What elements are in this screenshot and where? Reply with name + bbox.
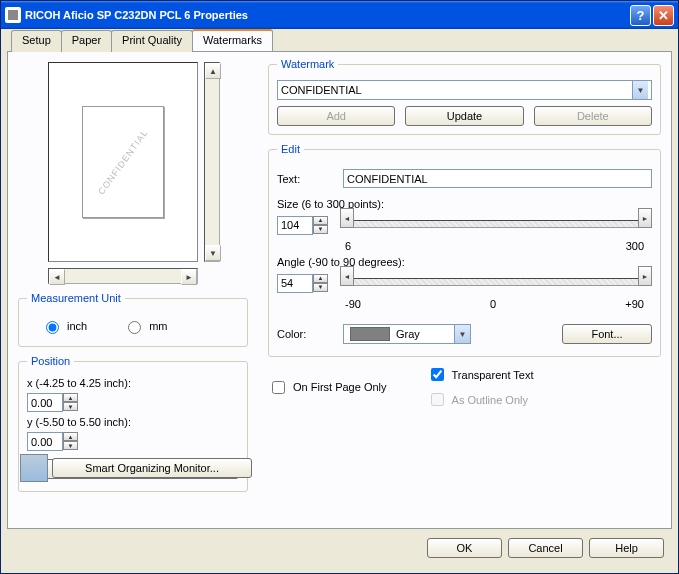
slider-left-icon[interactable]: ◄: [340, 266, 354, 286]
preview-watermark-text: CONFIDENTIAL: [96, 128, 150, 197]
position-y-spinner[interactable]: ▲▼: [27, 432, 78, 451]
watermark-select-value: CONFIDENTIAL: [281, 84, 362, 96]
spin-up-icon[interactable]: ▲: [313, 274, 328, 283]
scroll-right-icon[interactable]: ►: [181, 269, 197, 285]
titlebar-close-button[interactable]: ✕: [653, 5, 674, 26]
size-max: 300: [626, 240, 644, 252]
slider-right-icon[interactable]: ►: [638, 208, 652, 228]
measurement-legend: Measurement Unit: [27, 292, 125, 304]
watermark-update-button[interactable]: Update: [405, 106, 523, 126]
outline-only-input: [431, 393, 444, 406]
color-name: Gray: [396, 328, 420, 340]
first-page-only-label: On First Page Only: [293, 381, 387, 393]
edit-group: Edit Text: Size (6 to 300 points): ▲▼: [268, 143, 661, 357]
position-x-label: x (-4.25 to 4.25 inch):: [27, 377, 239, 389]
color-swatch: [350, 327, 390, 341]
edit-text-label: Text:: [277, 173, 337, 185]
dialog-button-bar: OK Cancel Help: [5, 531, 674, 565]
spin-down-icon[interactable]: ▼: [63, 441, 78, 450]
size-slider[interactable]: ◄ ►: [340, 214, 652, 236]
preview-page: CONFIDENTIAL: [82, 106, 164, 218]
scroll-down-icon[interactable]: ▼: [205, 245, 221, 261]
unit-inch-label: inch: [67, 320, 87, 332]
font-button[interactable]: Font...: [562, 324, 652, 344]
preview-scrollbar-horizontal[interactable]: ◄ ►: [48, 268, 198, 284]
tab-paper[interactable]: Paper: [61, 30, 112, 52]
smart-organizing-monitor-button[interactable]: Smart Organizing Monitor...: [52, 458, 252, 478]
position-y-label: y (-5.50 to 5.50 inch):: [27, 416, 239, 428]
watermark-delete-button[interactable]: Delete: [534, 106, 652, 126]
unit-mm-radio[interactable]: mm: [123, 318, 167, 334]
titlebar-help-button[interactable]: ?: [630, 5, 651, 26]
monitor-icon: [20, 454, 48, 482]
tab-watermarks[interactable]: Watermarks: [192, 29, 273, 51]
angle-mid: 0: [490, 298, 496, 310]
angle-slider[interactable]: ◄ ►: [340, 272, 652, 294]
size-label: Size (6 to 300 points):: [277, 198, 652, 210]
tab-print-quality[interactable]: Print Quality: [111, 30, 193, 52]
measurement-unit-group: Measurement Unit inch mm: [18, 292, 248, 347]
tab-setup[interactable]: Setup: [11, 30, 62, 52]
watermark-add-button[interactable]: Add: [277, 106, 395, 126]
tab-panel-watermarks: CONFIDENTIAL ▲ ▼ ◄ ► Measurement Unit: [7, 51, 672, 529]
edit-legend: Edit: [277, 143, 304, 155]
scroll-up-icon[interactable]: ▲: [205, 63, 221, 79]
first-page-only-checkbox[interactable]: On First Page Only: [268, 378, 387, 397]
size-input[interactable]: [277, 216, 313, 235]
unit-inch-input[interactable]: [46, 321, 59, 334]
slider-right-icon[interactable]: ►: [638, 266, 652, 286]
angle-spinner[interactable]: ▲▼: [277, 274, 328, 293]
transparent-text-input[interactable]: [431, 368, 444, 381]
transparent-text-checkbox[interactable]: Transparent Text: [427, 365, 534, 384]
spin-up-icon[interactable]: ▲: [313, 216, 328, 225]
cancel-button[interactable]: Cancel: [508, 538, 583, 558]
spin-down-icon[interactable]: ▼: [313, 225, 328, 234]
angle-min: -90: [345, 298, 361, 310]
angle-input[interactable]: [277, 274, 313, 293]
outline-only-label: As Outline Only: [452, 394, 528, 406]
color-label: Color:: [277, 328, 337, 340]
position-x-input[interactable]: [27, 393, 63, 412]
spin-down-icon[interactable]: ▼: [63, 402, 78, 411]
tab-strip: Setup Paper Print Quality Watermarks: [5, 29, 674, 51]
chevron-down-icon[interactable]: ▼: [454, 325, 470, 343]
angle-label: Angle (-90 to 90 degrees):: [277, 256, 652, 268]
transparent-text-label: Transparent Text: [452, 369, 534, 381]
ok-button[interactable]: OK: [427, 538, 502, 558]
unit-mm-label: mm: [149, 320, 167, 332]
watermark-select[interactable]: CONFIDENTIAL ▼: [277, 80, 652, 100]
watermark-legend: Watermark: [277, 58, 338, 70]
spin-down-icon[interactable]: ▼: [313, 283, 328, 292]
spin-up-icon[interactable]: ▲: [63, 432, 78, 441]
window-title: RICOH Aficio SP C232DN PCL 6 Properties: [25, 9, 248, 21]
preview-area: CONFIDENTIAL ▲ ▼ ◄ ►: [48, 62, 238, 282]
titlebar: RICOH Aficio SP C232DN PCL 6 Properties …: [1, 1, 678, 29]
preview-canvas: CONFIDENTIAL: [48, 62, 198, 262]
help-button[interactable]: Help: [589, 538, 664, 558]
position-x-spinner[interactable]: ▲▼: [27, 393, 78, 412]
position-legend: Position: [27, 355, 74, 367]
unit-inch-radio[interactable]: inch: [41, 318, 87, 334]
scroll-left-icon[interactable]: ◄: [49, 269, 65, 285]
properties-dialog: RICOH Aficio SP C232DN PCL 6 Properties …: [0, 0, 679, 574]
position-y-input[interactable]: [27, 432, 63, 451]
outline-only-checkbox: As Outline Only: [427, 390, 534, 409]
unit-mm-input[interactable]: [128, 321, 141, 334]
edit-text-input[interactable]: [343, 169, 652, 188]
first-page-only-input[interactable]: [272, 381, 285, 394]
watermark-group: Watermark CONFIDENTIAL ▼ Add Update Dele…: [268, 58, 661, 135]
size-min: 6: [345, 240, 351, 252]
color-select[interactable]: Gray ▼: [343, 324, 471, 344]
chevron-down-icon[interactable]: ▼: [632, 81, 648, 99]
spin-up-icon[interactable]: ▲: [63, 393, 78, 402]
slider-left-icon[interactable]: ◄: [340, 208, 354, 228]
preview-scrollbar-vertical[interactable]: ▲ ▼: [204, 62, 220, 262]
size-spinner[interactable]: ▲▼: [277, 216, 328, 235]
app-icon: [5, 7, 21, 23]
angle-max: +90: [625, 298, 644, 310]
